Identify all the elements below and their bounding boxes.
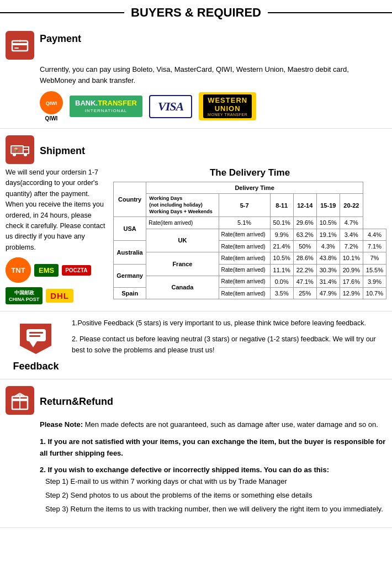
payment-section: ↓ Payment Currently, you can pay using B… — [0, 24, 392, 129]
shipment-left: We will send your ordersin 1-7 days(acco… — [6, 167, 108, 304]
return-icon-svg — [10, 390, 30, 410]
ems-text: EMS — [39, 266, 54, 274]
wu-inner: WESTERN UNION MONEY TRANSFER — [203, 94, 252, 118]
table-cell-value: 29.6% — [293, 217, 316, 229]
table-cell-value: 7.1% — [363, 240, 386, 252]
table-cell-value: 17.6% — [340, 276, 363, 287]
return-point2-section: 2. If you wish to exchange defective or … — [40, 464, 386, 515]
payment-description: Currently, you can pay using Boleto, Vis… — [40, 64, 386, 86]
table-cell-value: 15.5% — [363, 264, 386, 276]
table-row: FranceRate(item arrived)10.5%28.6%43.8%1… — [114, 252, 386, 264]
table-cell-country: Spain — [114, 288, 146, 299]
return-title: Return&Refund — [40, 396, 113, 408]
svg-text:TNT: TNT — [11, 266, 25, 274]
table-cell-country: Germany — [114, 264, 146, 288]
table-cell-rate: Rate(item arrived) — [219, 276, 270, 287]
feedback-point2: 2. Please contact us before leaving neut… — [72, 334, 386, 356]
table-cell-value: 10.7% — [363, 288, 386, 299]
qiwi-logo: QIWI QIWI — [40, 91, 63, 122]
table-cell-rate: Rate(item arrived) — [219, 229, 270, 240]
table-cell-value: 63.2% — [293, 229, 316, 240]
poczta-logo: POCZTA — [62, 265, 91, 276]
svg-point-10 — [24, 153, 27, 156]
table-cell-value: 11.1% — [270, 264, 293, 276]
col-15-19: 15-19 — [316, 194, 340, 217]
table-row: UKRate(item arrived)9.9%63.2%19.1%3.4%4.… — [114, 229, 386, 240]
shipment-section: 📦 Shipment We will send your ordersin 1-… — [0, 129, 392, 311]
page-header: BUYERS & REQUIRED — [0, 0, 392, 24]
return-steps: Step 1) E-mail to us within 7 working da… — [45, 476, 386, 515]
wu-sub: MONEY TRANSFER — [208, 113, 247, 117]
payment-content: Currently, you can pay using Boleto, Vis… — [40, 64, 386, 122]
return-point1: 1. If you are not satisfied with your it… — [40, 436, 386, 459]
svg-rect-1 — [12, 43, 28, 45]
table-cell-value: 22.2% — [293, 264, 316, 276]
shipment-header: 📦 Shipment — [6, 135, 386, 164]
payment-header: ↓ Payment — [6, 31, 386, 60]
table-cell-value: 43.8% — [316, 252, 340, 264]
col-wd-label: Working Days(not including holiday)Worki… — [146, 194, 219, 217]
shipment-title: Shipment — [40, 145, 85, 157]
svg-marker-8 — [23, 147, 29, 154]
table-cell-value: 4.4% — [363, 229, 386, 240]
table-row: CanadaRate(item arrived)0.0%47.1%31.4%17… — [114, 276, 386, 287]
chinapost-logo: 中国邮政CHINA POST — [6, 287, 43, 304]
delivery-table: Country Delivery Time Working Days(not i… — [113, 182, 386, 299]
tnt-icon-svg: TNT — [6, 257, 31, 283]
table-cell-country: Australia — [114, 240, 146, 264]
col-country: Country — [114, 182, 146, 217]
table-cell-country: France — [146, 252, 219, 276]
table-row: USARate(item arrived)5.1%50.1%29.6%10.5%… — [114, 217, 386, 229]
table-cell-value: 7% — [363, 252, 386, 264]
qiwi-icon-svg: QIWI — [44, 95, 59, 110]
return-step3: Step 3) Return the items to us with trac… — [45, 504, 386, 515]
svg-rect-19 — [29, 335, 40, 337]
table-cell-value: 50.1% — [270, 217, 293, 229]
svg-rect-18 — [29, 332, 43, 334]
table-cell-value: 47.1% — [293, 276, 316, 287]
return-note-label: Please Note: — [40, 420, 83, 429]
feedback-text: 1.Positive Feedback (5 stars) is very im… — [72, 318, 386, 372]
table-cell-value: 19.1% — [316, 229, 340, 240]
table-cell-value: 20.9% — [340, 264, 363, 276]
bank-transfer-logo: BANK.TRANSFER INTERNATIONAL — [70, 96, 142, 117]
table-cell-value: 30.3% — [316, 264, 340, 276]
ems-logo: EMS — [34, 264, 59, 277]
poczta-text: POCZTA — [65, 267, 87, 273]
table-cell-value: 3.5% — [270, 288, 293, 299]
feedback-icon-area: Feedback — [6, 318, 66, 372]
tnt-logo: TNT — [6, 257, 31, 283]
table-cell-value: 10.1% — [340, 252, 363, 264]
shipment-layout: We will send your ordersin 1-7 days(acco… — [6, 167, 386, 304]
feedback-point1: 1.Positive Feedback (5 stars) is very im… — [72, 318, 386, 329]
table-cell-country: Canada — [146, 276, 219, 299]
svg-rect-2 — [14, 47, 19, 49]
table-cell-value: 50% — [293, 240, 316, 252]
svg-text:QIWI: QIWI — [46, 101, 57, 106]
col-12-14: 12-14 — [293, 194, 316, 217]
table-cell-country: UK — [146, 229, 219, 252]
svg-text:↓: ↓ — [19, 38, 21, 43]
col-20-22: 20-22 — [340, 194, 363, 217]
shipment-right: The Delivery Time Country Delivery Time … — [113, 167, 386, 304]
feedback-flag-svg — [15, 321, 57, 357]
table-cell-value: 4.7% — [340, 217, 363, 229]
bank-transfer-main: BANK.TRANSFER — [75, 99, 137, 108]
table-cell-value: 31.4% — [316, 276, 340, 287]
dhl-logo: DHL — [46, 289, 73, 303]
return-step2: Step 2) Send photos to us about the prob… — [45, 490, 386, 501]
return-step1: Step 1) E-mail to us within 7 working da… — [45, 476, 386, 488]
payment-title: Payment — [40, 33, 81, 45]
qiwi-circle: QIWI — [40, 91, 63, 114]
page-title: BUYERS & REQUIRED — [124, 6, 268, 20]
table-cell-rate: Rate(item arrived) — [219, 240, 270, 252]
shipment-icon: 📦 — [6, 135, 34, 164]
feedback-title: Feedback — [13, 361, 59, 372]
table-cell-value: 7.2% — [340, 240, 363, 252]
table-cell-value: 12.9% — [340, 288, 363, 299]
table-cell-rate: Rate(item arrived) — [219, 288, 270, 299]
table-cell-rate: Rate(item arrived) — [219, 264, 270, 276]
table-cell-value: 47.9% — [316, 288, 340, 299]
return-header: Return&Refund — [6, 386, 386, 415]
feedback-layout: Feedback 1.Positive Feedback (5 stars) i… — [6, 318, 386, 372]
